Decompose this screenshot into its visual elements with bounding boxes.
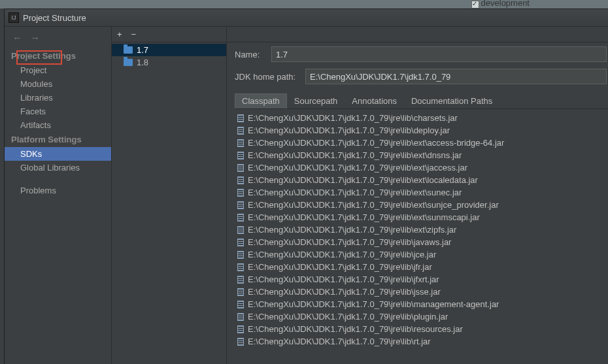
classpath-entry-path: E:\ChengXu\JDK\JDK1.7\jdk1.7.0_79\jre\li… xyxy=(248,250,436,259)
sdk-item-label: 1.8 xyxy=(137,58,148,67)
classpath-entry-path: E:\ChengXu\JDK\JDK1.7\jdk1.7.0_79\jre\li… xyxy=(248,163,467,173)
sidebar-item-project[interactable]: Project xyxy=(5,63,111,77)
window-title: Project Structure xyxy=(23,13,86,23)
classpath-entry-path: E:\ChengXu\JDK\JDK1.7\jdk1.7.0_79\jre\li… xyxy=(248,337,431,346)
settings-sidebar: ← → Project SettingsProjectModulesLibrar… xyxy=(5,27,112,364)
development-checkbox[interactable]: development xyxy=(471,0,530,8)
sidebar-item-global-libraries[interactable]: Global Libraries xyxy=(5,161,111,174)
classpath-entry[interactable]: E:\ChengXu\JDK\JDK1.7\jdk1.7.0_79\jre\li… xyxy=(235,211,608,223)
detail-toolbar-spacer xyxy=(227,27,608,42)
sidebar-item-problems[interactable]: Problems xyxy=(5,184,111,197)
classpath-entry-path: E:\ChengXu\JDK\JDK1.7\jdk1.7.0_79\jre\li… xyxy=(248,287,441,297)
back-arrow-icon[interactable]: ← xyxy=(12,32,22,43)
jar-icon xyxy=(237,276,244,284)
tab-documentation-paths[interactable]: Documentation Paths xyxy=(404,93,499,108)
jar-icon xyxy=(237,114,244,122)
classpath-entry-path: E:\ChengXu\JDK\JDK1.7\jdk1.7.0_79\jre\li… xyxy=(248,125,450,135)
project-structure-window: IJ Project Structure ← → Project Setting… xyxy=(4,8,608,364)
tab-classpath[interactable]: Classpath xyxy=(235,93,287,108)
classpath-entry[interactable]: E:\ChengXu\JDK\JDK1.7\jdk1.7.0_79\jre\li… xyxy=(235,273,608,286)
jdk-home-value: E:\ChengXu\JDK\JDK1.7\jdk1.7.0_79 xyxy=(310,72,450,82)
classpath-entry[interactable]: E:\ChengXu\JDK\JDK1.7\jdk1.7.0_79\jre\li… xyxy=(235,236,608,248)
classpath-entry-path: E:\ChengXu\JDK\JDK1.7\jdk1.7.0_79\jre\li… xyxy=(248,225,456,235)
classpath-entry[interactable]: E:\ChengXu\JDK\JDK1.7\jdk1.7.0_79\jre\li… xyxy=(235,286,608,298)
classpath-entry[interactable]: E:\ChengXu\JDK\JDK1.7\jdk1.7.0_79\jre\li… xyxy=(235,298,608,310)
classpath-entry[interactable]: E:\ChengXu\JDK\JDK1.7\jdk1.7.0_79\jre\li… xyxy=(235,186,608,199)
name-row: Name: 1.7 xyxy=(235,46,608,62)
classpath-entry-path: E:\ChengXu\JDK\JDK1.7\jdk1.7.0_79\jre\li… xyxy=(248,150,462,160)
classpath-entry-path: E:\ChengXu\JDK\JDK1.7\jdk1.7.0_79\jre\li… xyxy=(248,312,448,322)
classpath-entry-path: E:\ChengXu\JDK\JDK1.7\jdk1.7.0_79\jre\li… xyxy=(248,274,439,284)
tab-annotations[interactable]: Annotations xyxy=(345,93,404,108)
jar-icon xyxy=(237,201,244,209)
classpath-entry[interactable]: E:\ChengXu\JDK\JDK1.7\jdk1.7.0_79\jre\li… xyxy=(235,174,608,186)
sdk-list[interactable]: 1.71.8 xyxy=(112,42,226,69)
sdk-list-panel: + − 1.71.8 xyxy=(112,27,227,364)
classpath-entry-path: E:\ChengXu\JDK\JDK1.7\jdk1.7.0_79\jre\li… xyxy=(248,237,451,247)
sdk-item-label: 1.7 xyxy=(137,45,148,55)
jdk-home-row: JDK home path: E:\ChengXu\JDK\JDK1.7\jdk… xyxy=(235,69,608,84)
classpath-entry-path: E:\ChengXu\JDK\JDK1.7\jdk1.7.0_79\jre\li… xyxy=(248,138,504,148)
jar-icon xyxy=(237,127,244,135)
classpath-entry[interactable]: E:\ChengXu\JDK\JDK1.7\jdk1.7.0_79\jre\li… xyxy=(235,323,608,335)
section-title: Platform Settings xyxy=(5,132,111,147)
jar-icon xyxy=(237,301,244,308)
sidebar-item-modules[interactable]: Modules xyxy=(5,77,111,91)
classpath-entry[interactable]: E:\ChengXu\JDK\JDK1.7\jdk1.7.0_79\jre\li… xyxy=(235,248,608,261)
classpath-entry-path: E:\ChengXu\JDK\JDK1.7\jdk1.7.0_79\jre\li… xyxy=(248,113,458,123)
jdk-home-label: JDK home path: xyxy=(235,72,300,82)
classpath-entry[interactable]: E:\ChengXu\JDK\JDK1.7\jdk1.7.0_79\jre\li… xyxy=(235,261,608,273)
classpath-entry-path: E:\ChengXu\JDK\JDK1.7\jdk1.7.0_79\jre\li… xyxy=(248,299,499,309)
section-title: Project Settings xyxy=(5,48,111,63)
add-sdk-icon[interactable]: + xyxy=(117,29,122,39)
classpath-entry[interactable]: E:\ChengXu\JDK\JDK1.7\jdk1.7.0_79\jre\li… xyxy=(235,223,608,236)
classpath-entry[interactable]: E:\ChengXu\JDK\JDK1.7\jdk1.7.0_79\jre\li… xyxy=(235,161,608,174)
name-value: 1.7 xyxy=(276,50,288,59)
jar-icon xyxy=(237,152,244,159)
jar-icon xyxy=(237,263,244,271)
titlebar[interactable]: IJ Project Structure xyxy=(5,9,608,27)
jar-icon xyxy=(237,139,244,147)
development-label: development xyxy=(481,0,530,8)
sidebar-item-libraries[interactable]: Libraries xyxy=(5,91,111,105)
checkbox-icon xyxy=(471,1,479,8)
parent-window-strip: development xyxy=(0,0,608,8)
classpath-entry[interactable]: E:\ChengXu\JDK\JDK1.7\jdk1.7.0_79\jre\li… xyxy=(235,124,608,137)
name-input[interactable]: 1.7 xyxy=(271,46,607,62)
classpath-entry-path: E:\ChengXu\JDK\JDK1.7\jdk1.7.0_79\jre\li… xyxy=(248,188,462,197)
classpath-entry[interactable]: E:\ChengXu\JDK\JDK1.7\jdk1.7.0_79\jre\li… xyxy=(235,149,608,161)
sdk-tabs: ClasspathSourcepathAnnotationsDocumentat… xyxy=(235,93,608,109)
jar-icon xyxy=(237,189,244,197)
jar-icon xyxy=(237,313,244,321)
sdk-toolbar: + − xyxy=(112,27,226,42)
classpath-entry[interactable]: E:\ChengXu\JDK\JDK1.7\jdk1.7.0_79\jre\li… xyxy=(235,137,608,149)
sidebar-item-sdks[interactable]: SDKs xyxy=(5,147,111,161)
name-label: Name: xyxy=(235,50,266,59)
classpath-list[interactable]: E:\ChengXu\JDK\JDK1.7\jdk1.7.0_79\jre\li… xyxy=(235,109,608,364)
jar-icon xyxy=(237,176,244,184)
classpath-entry-path: E:\ChengXu\JDK\JDK1.7\jdk1.7.0_79\jre\li… xyxy=(248,200,499,210)
jar-icon xyxy=(237,288,244,296)
classpath-entry-path: E:\ChengXu\JDK\JDK1.7\jdk1.7.0_79\jre\li… xyxy=(248,175,478,185)
forward-arrow-icon[interactable]: → xyxy=(30,32,40,43)
classpath-entry[interactable]: E:\ChengXu\JDK\JDK1.7\jdk1.7.0_79\jre\li… xyxy=(235,335,608,348)
sidebar-item-artifacts[interactable]: Artifacts xyxy=(5,118,111,132)
classpath-entry-path: E:\ChengXu\JDK\JDK1.7\jdk1.7.0_79\jre\li… xyxy=(248,262,432,272)
sdk-detail-panel: Name: 1.7 JDK home path: E:\ChengXu\JDK\… xyxy=(227,27,608,364)
classpath-entry[interactable]: E:\ChengXu\JDK\JDK1.7\jdk1.7.0_79\jre\li… xyxy=(235,112,608,124)
jar-icon xyxy=(237,226,244,234)
folder-icon xyxy=(124,59,133,66)
sdk-item-1-8[interactable]: 1.8 xyxy=(112,56,226,69)
sidebar-item-facets[interactable]: Facets xyxy=(5,105,111,118)
sdk-item-1-7[interactable]: 1.7 xyxy=(112,44,226,56)
nav-arrows: ← → xyxy=(5,31,111,48)
jdk-home-input[interactable]: E:\ChengXu\JDK\JDK1.7\jdk1.7.0_79 xyxy=(305,69,607,84)
tab-sourcepath[interactable]: Sourcepath xyxy=(287,93,345,108)
jar-icon xyxy=(237,214,244,222)
folder-icon xyxy=(124,46,133,54)
classpath-entry-path: E:\ChengXu\JDK\JDK1.7\jdk1.7.0_79\jre\li… xyxy=(248,324,463,334)
classpath-entry[interactable]: E:\ChengXu\JDK\JDK1.7\jdk1.7.0_79\jre\li… xyxy=(235,310,608,323)
remove-sdk-icon[interactable]: − xyxy=(131,29,137,39)
jar-icon xyxy=(237,338,244,346)
classpath-entry[interactable]: E:\ChengXu\JDK\JDK1.7\jdk1.7.0_79\jre\li… xyxy=(235,199,608,211)
